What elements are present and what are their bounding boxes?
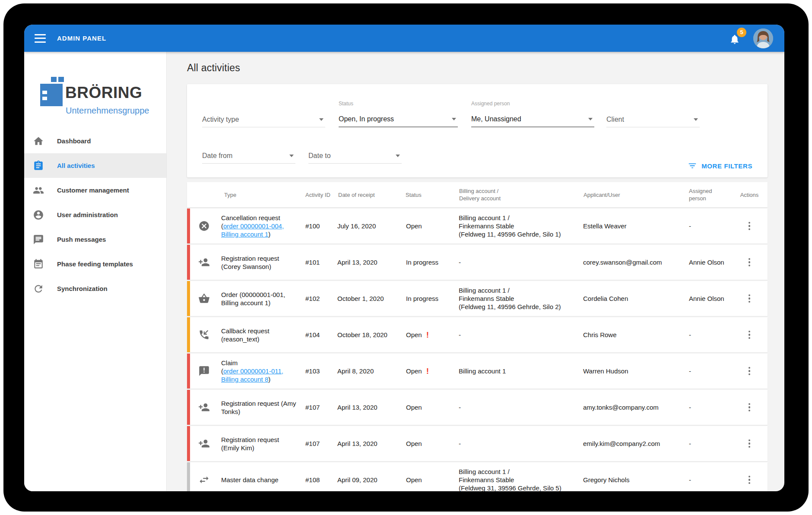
cell-status: Open ! [403,367,456,375]
cell-date: July 16, 2020 [335,222,403,230]
home-icon [32,135,45,148]
main-content: All activities Activity type Status Open… [167,52,784,491]
sidebar-nav: Dashboard All activities Customer manage… [24,129,166,301]
cell-activity-id: #108 [302,476,335,483]
notifications-button[interactable]: 5 [729,32,742,45]
sidebar-item-synchronization[interactable]: Synchronization [24,276,166,301]
people-icon [32,184,45,197]
date-from-select[interactable]: Date from [202,127,295,164]
cell-activity-id: #102 [302,295,335,302]
cell-applicant: Estella Weaver [580,222,686,230]
status-select[interactable]: Status Open, In progress [339,84,458,127]
order-link[interactable]: order 00000001-011, Billing account 8 [221,367,283,383]
row-actions-button[interactable] [744,293,755,304]
cell-status: Open [403,476,456,483]
header-type: Type [221,191,302,199]
logo-dot [51,77,57,82]
filter-icon [688,161,697,171]
basket-icon [187,293,221,304]
cell-status: Open ! [403,331,456,338]
row-actions-button[interactable] [744,474,755,486]
cell-date: April 13, 2020 [335,259,403,266]
table-row: Callback request (reason_text) #104 Octo… [187,317,768,352]
order-link[interactable]: order 00000001-004, Billing account 1 [221,222,284,238]
cell-assigned-person: - [686,222,734,230]
cell-applicant: amy.tonks@company.com [580,404,686,411]
cell-applicant: Cordelia Cohen [580,295,686,302]
sidebar-item-dashboard[interactable]: Dashboard [24,129,166,153]
cell-billing-account: - [456,258,580,266]
phone-callback-icon [187,329,221,341]
chevron-down-icon [588,118,593,120]
sidebar-item-push-messages[interactable]: Push messages [24,227,166,252]
menu-icon[interactable] [35,34,46,43]
sidebar-item-phase-feeding-templates[interactable]: Phase feeding templates [24,252,166,276]
date-to-select[interactable]: Date to [308,127,402,164]
claim-icon [187,365,221,377]
header-date-of-receipt: Date of receipt [335,191,403,199]
cell-assigned-person: Annie Olson [686,259,734,266]
cell-status: In progress [403,259,456,266]
cell-applicant: Warren Hudson [580,367,686,375]
cell-billing-account: Billing account 1 / Finkemanns Stable (F… [456,468,580,491]
date-to-placeholder: Date to [308,152,331,160]
table-row: Registration request (Emily Kim) #107 Ap… [187,426,768,461]
assigned-person-select[interactable]: Assigned person Me, Unassigned [471,84,594,127]
cell-assigned-person: - [686,404,734,411]
row-accent-strip [187,245,190,280]
person-add-icon [187,256,221,268]
table-row: Master data change #108 April 09, 2020 O… [187,462,768,491]
cell-date: April 8, 2020 [335,367,403,375]
assigned-person-value: Me, Unassigned [471,115,521,123]
cell-billing-account: Billing account 1 [456,367,580,375]
table-header: Type Activity ID Date of receipt Status … [187,182,768,207]
row-actions-button[interactable] [744,438,755,449]
cell-assigned-person: - [686,367,734,375]
status-value: Open, In progress [339,115,394,123]
client-select[interactable]: Client [606,84,700,127]
user-avatar[interactable] [753,28,773,48]
row-actions-button[interactable] [744,366,755,377]
filters-panel: Activity type Status Open, In progress A… [187,84,768,177]
table-row: Order (00000001-001, Billing account 1) … [187,281,768,316]
cell-type: Registration request (Amy Tonks) [221,399,302,416]
client-placeholder: Client [606,116,624,123]
sidebar-item-customer-management[interactable]: Customer management [24,178,166,202]
row-actions-button[interactable] [744,257,755,268]
cell-type: Master data change [221,476,302,484]
cell-status: Open [403,222,456,230]
chevron-down-icon [694,118,698,121]
row-accent-strip [187,354,190,389]
cell-date: April 09, 2020 [335,476,403,483]
logo-brand-text: BRÖRING [65,84,142,102]
cell-applicant: corey.swanson@gmail.com [580,259,686,266]
page: ADMIN PANEL 5 [0,0,812,515]
cell-date: April 13, 2020 [335,404,403,411]
row-actions-button[interactable] [744,402,755,413]
cell-status: In progress [403,295,456,302]
row-actions-button[interactable] [744,221,755,232]
chat-icon [32,233,45,246]
cell-type: Order (00000001-001, Billing account 1) [221,291,302,307]
sidebar-item-all-activities[interactable]: All activities [24,153,166,178]
logo-building-icon [40,84,63,106]
header-billing-account: Billing account / Delivery account [456,187,580,202]
activity-type-placeholder: Activity type [202,116,239,123]
row-actions-button[interactable] [744,329,755,341]
cell-activity-id: #100 [302,222,335,230]
cell-billing-account: Billing account 1 / Finkemanns Stable (F… [456,214,580,238]
cell-date: October 18, 2020 [335,331,403,338]
app-title: ADMIN PANEL [57,35,106,42]
cell-status: Open [403,404,456,411]
company-logo: BRÖRING Unternehmensgruppe [37,65,158,119]
header-activity-id: Activity ID [302,191,335,199]
device-frame: ADMIN PANEL 5 [3,3,809,512]
chevron-down-icon [396,155,400,157]
sidebar-item-user-administration[interactable]: User administration [24,202,166,227]
cell-type: Claim (order 00000001-011, Billing accou… [221,359,302,383]
assigned-person-label: Assigned person [471,101,510,107]
more-filters-button[interactable]: MORE FILTERS [688,161,752,171]
activity-type-select[interactable]: Activity type [202,84,325,127]
cell-applicant: emily.kim@company2.com [580,440,686,447]
cell-billing-account: - [456,439,580,448]
